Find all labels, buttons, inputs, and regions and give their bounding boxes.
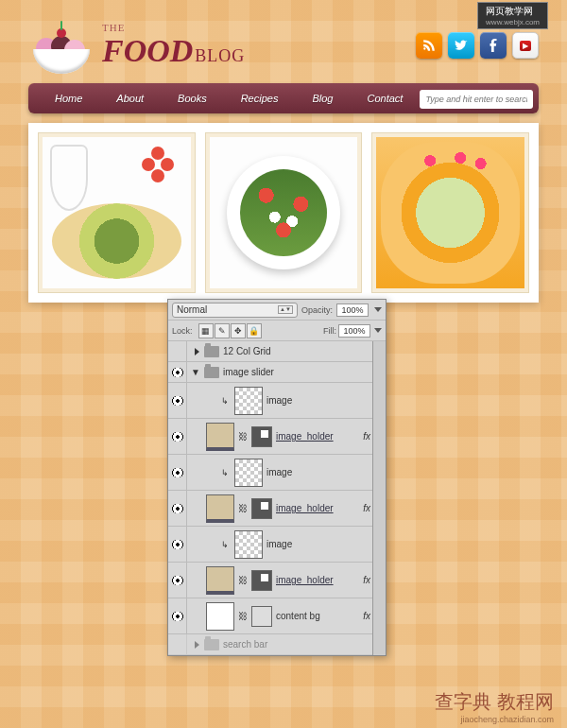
clip-indicator-icon: ↳ — [221, 396, 229, 406]
eye-icon — [171, 576, 184, 585]
link-icon[interactable]: ⛓ — [238, 503, 248, 513]
nav-blog[interactable]: Blog — [295, 93, 350, 104]
layers-lock-row: Lock: ▦ ✎ ✥ 🔒 Fill: 100% — [168, 321, 386, 341]
layer-name: search bar — [223, 639, 267, 650]
visibility-toggle[interactable] — [168, 598, 187, 633]
layer-row-holder-2[interactable]: ⛓ image_holder fx ▾ — [168, 491, 386, 527]
layer-thumb — [206, 566, 234, 595]
visibility-toggle[interactable] — [168, 491, 187, 526]
social-links: ▶ — [416, 32, 539, 59]
logo-text: THE FOODBLOG — [102, 22, 245, 69]
logo[interactable]: THE FOODBLOG — [28, 17, 245, 74]
visibility-toggle[interactable] — [168, 634, 187, 654]
opacity-input[interactable]: 100% — [336, 303, 369, 317]
visibility-toggle[interactable] — [168, 455, 187, 490]
source-badge-url: www.webjx.com — [486, 18, 540, 26]
visibility-toggle[interactable] — [168, 383, 187, 418]
visibility-toggle[interactable] — [168, 419, 187, 454]
fill-input[interactable]: 100% — [338, 324, 370, 338]
layers-scrollbar[interactable] — [372, 341, 386, 655]
eye-icon — [171, 432, 184, 442]
layer-name: image — [266, 539, 292, 549]
lock-pixels-icon[interactable]: ✎ — [215, 323, 230, 338]
layers-blend-row: Normal ▲▼ Opacity: 100% — [168, 300, 386, 321]
facebook-icon[interactable] — [480, 32, 507, 59]
layer-row-content-bg[interactable]: ⛓ content bg fx ▾ — [168, 598, 386, 634]
visibility-toggle[interactable] — [168, 563, 187, 598]
main-nav: Home About Books Recipes Blog Contact — [28, 83, 539, 113]
clip-indicator-icon: ↳ — [221, 540, 229, 549]
search-input[interactable] — [420, 90, 533, 109]
disclosure-closed-icon[interactable] — [191, 640, 200, 650]
mask-thumb — [251, 426, 272, 447]
opacity-value: 100% — [341, 305, 363, 315]
eye-icon — [171, 612, 184, 621]
logo-food: FOOD — [102, 33, 193, 68]
layer-name: image_holder — [276, 575, 334, 585]
visibility-toggle[interactable] — [168, 527, 187, 562]
fill-label: Fill: — [323, 326, 336, 336]
layer-row-search-bar[interactable]: search bar — [168, 634, 386, 655]
layer-name: content bg — [276, 611, 320, 621]
opacity-dropdown-icon[interactable] — [374, 307, 382, 312]
layer-row-slider-group[interactable]: ▼ image slider — [168, 362, 386, 383]
youtube-icon[interactable]: ▶ — [512, 32, 539, 59]
mask-thumb — [251, 570, 272, 591]
eye-icon — [171, 368, 184, 377]
layer-row-holder-1[interactable]: ⛓ image_holder fx ▾ — [168, 419, 386, 455]
rss-icon[interactable] — [416, 32, 442, 59]
lock-transparency-icon[interactable]: ▦ — [198, 323, 214, 338]
layer-row-image-1[interactable]: ↳ image — [168, 383, 386, 419]
layer-row-image-3[interactable]: ↳ image — [168, 527, 386, 563]
slider-card-3[interactable] — [371, 132, 529, 293]
source-badge-text: 网页教学网 — [486, 5, 540, 18]
twitter-icon[interactable] — [448, 32, 474, 59]
lock-position-icon[interactable]: ✥ — [231, 323, 246, 338]
lock-all-icon[interactable]: 🔒 — [247, 323, 262, 338]
youtube-inner: ▶ — [520, 41, 531, 51]
mask-thumb — [251, 606, 272, 627]
layer-thumb — [234, 530, 263, 559]
layer-thumb — [206, 423, 234, 451]
fill-dropdown-icon[interactable] — [374, 328, 382, 333]
layer-thumb — [234, 387, 263, 415]
folder-icon — [204, 346, 219, 357]
clip-indicator-icon: ↳ — [221, 468, 229, 477]
fx-badge[interactable]: fx — [363, 611, 370, 621]
layer-thumb — [206, 602, 234, 631]
fx-badge[interactable]: fx — [363, 503, 370, 513]
nav-contact[interactable]: Contact — [350, 93, 420, 104]
link-icon[interactable]: ⛓ — [238, 431, 248, 442]
layer-row-image-2[interactable]: ↳ image — [168, 455, 386, 491]
disclosure-open-icon[interactable]: ▼ — [191, 368, 200, 377]
link-icon[interactable]: ⛓ — [238, 611, 248, 621]
lock-label: Lock: — [172, 326, 193, 336]
layer-row-holder-3[interactable]: ⛓ image_holder fx ▾ — [168, 563, 386, 598]
image-slider — [28, 123, 539, 303]
nav-recipes[interactable]: Recipes — [224, 93, 296, 104]
slider-card-1[interactable] — [38, 132, 196, 293]
layer-row-grid[interactable]: 12 Col Grid — [168, 341, 386, 362]
layer-name: image — [266, 467, 292, 477]
eye-icon — [171, 396, 184, 406]
watermark-main: 查字典 教程网 — [435, 689, 554, 715]
blend-mode-select[interactable]: Normal ▲▼ — [172, 303, 298, 318]
nav-about[interactable]: About — [99, 93, 161, 104]
logo-blog: BLOG — [195, 46, 245, 65]
fx-badge[interactable]: fx — [363, 575, 370, 585]
nav-search — [420, 89, 533, 109]
fx-badge[interactable]: fx — [363, 431, 370, 442]
visibility-toggle[interactable] — [168, 362, 187, 382]
folder-icon — [204, 367, 219, 378]
disclosure-closed-icon[interactable] — [191, 347, 200, 356]
slider-card-2[interactable] — [205, 132, 363, 293]
logo-icecream-icon — [28, 17, 94, 74]
layer-name: 12 Col Grid — [223, 346, 271, 356]
layer-thumb — [206, 494, 234, 523]
select-stepper-icon: ▲▼ — [278, 305, 293, 314]
visibility-toggle[interactable] — [168, 341, 187, 361]
fill-value: 100% — [343, 326, 365, 336]
link-icon[interactable]: ⛓ — [238, 575, 248, 585]
nav-books[interactable]: Books — [161, 93, 224, 104]
nav-home[interactable]: Home — [38, 93, 99, 104]
